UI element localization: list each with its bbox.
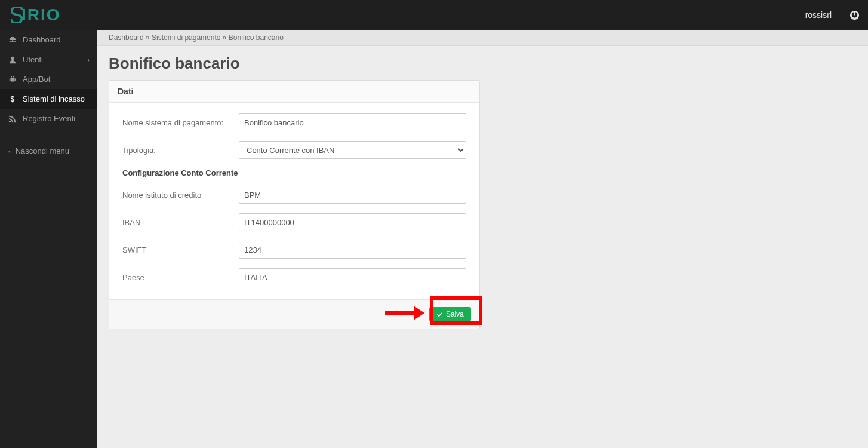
panel-footer: Salva	[109, 299, 479, 329]
power-icon[interactable]	[850, 11, 859, 20]
dashboard-icon	[8, 36, 17, 44]
sidebar-item-label: App/Bot	[23, 75, 50, 84]
topbar-separator	[844, 9, 844, 21]
sidebar-nav: Dashboard Utenti › App/Bot $ Sis	[0, 30, 97, 128]
sidebar-item-registro-eventi[interactable]: Registro Eventi	[0, 109, 97, 128]
breadcrumb-sistemi[interactable]: Sistemi di pagamento	[152, 33, 220, 42]
panel-dati: Dati Nome sistema di pagamento: Tipologi…	[109, 80, 480, 329]
svg-point-3	[11, 56, 14, 59]
label-swift: SWIFT	[122, 246, 239, 254]
sidebar-item-appbot[interactable]: App/Bot	[0, 69, 97, 89]
subheading-config-cc: Configurazione Conto Corrente	[122, 168, 466, 177]
chevron-left-icon: ‹	[8, 148, 11, 155]
topbar-username[interactable]: rossisrl	[805, 10, 832, 20]
save-button-label: Salva	[446, 310, 464, 318]
rss-icon	[8, 115, 17, 123]
hide-menu-label: Nascondi menu	[16, 146, 69, 155]
annotation-arrow	[385, 306, 427, 320]
svg-point-10	[9, 120, 11, 122]
sidebar-item-dashboard[interactable]: Dashboard	[0, 30, 97, 50]
page-title: Bonifico bancario	[97, 46, 868, 80]
main-content: Dashboard » Sistemi di pagamento » Bonif…	[97, 30, 868, 448]
label-istituto: Nome istituto di credito	[122, 191, 239, 200]
chevron-right-icon: ›	[88, 56, 90, 63]
sidebar-item-label: Sistemi di incasso	[23, 94, 85, 103]
svg-text:$: $	[11, 95, 15, 103]
sidebar-item-label: Utenti	[23, 55, 43, 64]
sidebar-item-sistemi-incasso[interactable]: $ Sistemi di incasso	[0, 89, 97, 109]
label-tipologia: Tipologia:	[122, 146, 239, 155]
sidebar-item-label: Dashboard	[23, 35, 61, 44]
svg-point-5	[11, 76, 12, 77]
label-iban: IBAN	[122, 218, 239, 227]
panel-body: Nome sistema di pagamento: Tipologia: Co…	[109, 103, 479, 299]
check-icon	[436, 311, 443, 318]
svg-rect-8	[15, 78, 16, 81]
svg-rect-4	[11, 78, 15, 81]
input-swift[interactable]	[239, 241, 466, 259]
save-button[interactable]: Salva	[429, 307, 471, 321]
breadcrumb: Dashboard » Sistemi di pagamento » Bonif…	[97, 30, 868, 46]
topbar: IRIO rossisrl	[0, 0, 868, 30]
label-paese: Paese	[122, 273, 239, 282]
user-icon	[8, 56, 17, 64]
svg-point-6	[13, 76, 14, 77]
sidebar: Dashboard Utenti › App/Bot $ Sis	[0, 30, 97, 448]
brand-logo[interactable]: IRIO	[0, 0, 97, 30]
label-nome-sistema: Nome sistema di pagamento:	[122, 118, 239, 127]
hide-menu-button[interactable]: ‹ Nascondi menu	[0, 141, 97, 161]
select-tipologia[interactable]: Conto Corrente con IBAN	[239, 141, 466, 159]
input-paese[interactable]	[239, 268, 466, 286]
brand-text: IRIO	[11, 5, 61, 24]
svg-rect-7	[10, 78, 10, 81]
sidebar-separator	[0, 137, 97, 137]
breadcrumb-current: Bonifico bancario	[229, 33, 284, 42]
sidebar-item-label: Registro Eventi	[23, 114, 75, 123]
android-icon	[8, 75, 17, 84]
breadcrumb-dashboard[interactable]: Dashboard	[109, 33, 144, 42]
input-iban[interactable]	[239, 213, 466, 231]
dollar-icon: $	[8, 95, 17, 103]
panel-header: Dati	[109, 81, 479, 103]
input-istituto[interactable]	[239, 186, 466, 204]
input-nome-sistema[interactable]	[239, 113, 466, 131]
sidebar-item-utenti[interactable]: Utenti ›	[0, 50, 97, 69]
